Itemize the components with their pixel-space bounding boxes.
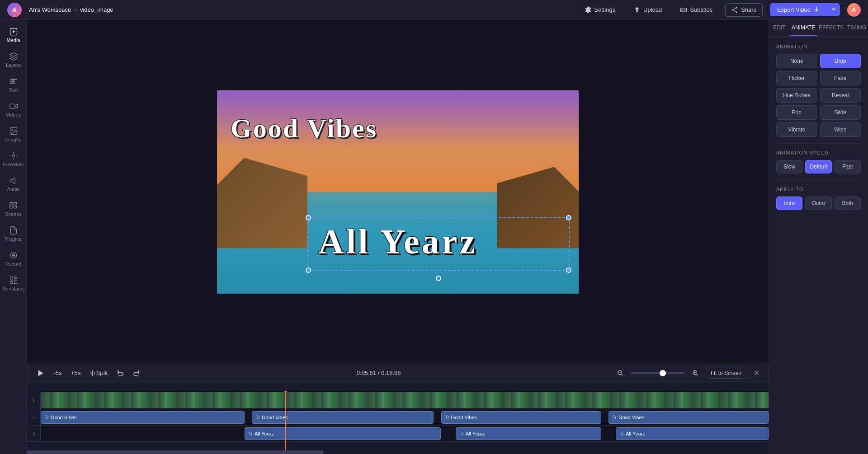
segment-label-4: Good Vibes [618, 415, 644, 420]
anim-btn-slide[interactable]: Slide [820, 105, 861, 120]
record-icon [9, 251, 18, 260]
anim-btn-none[interactable]: None [776, 54, 817, 68]
apply-buttons: Intro Outro Both [776, 197, 861, 210]
avatar[interactable]: A [847, 3, 861, 17]
timeline-area: -5s +5s Split 0:05.51 / [27, 364, 769, 454]
zoom-slider[interactable] [631, 372, 685, 374]
workspace-label[interactable]: Ari's Workspace [29, 6, 71, 13]
split-button[interactable]: Split [88, 368, 109, 378]
tab-edit-label: EDIT [773, 24, 785, 31]
anim-btn-reveal[interactable]: Reveal [820, 88, 861, 103]
anim-btn-vibrate[interactable]: Vibrate [776, 122, 817, 137]
svg-point-22 [12, 254, 14, 257]
speed-btn-slow[interactable]: Slow [776, 160, 802, 173]
sidebar-item-record[interactable]: Record [1, 247, 26, 270]
anim-btn-fade[interactable]: Fade [820, 71, 861, 85]
audio-icon [9, 176, 18, 185]
sidebar-item-media[interactable]: Media [1, 23, 26, 47]
anim-btn-hue-rotate[interactable]: Hue Rotate [776, 88, 817, 103]
speed-btn-fast[interactable]: Fast [835, 160, 861, 173]
apply-btn-intro[interactable]: Intro [776, 197, 802, 210]
svg-rect-19 [9, 206, 13, 208]
text-segment-goodvibes-1[interactable]: Tr Good Vibes [41, 411, 245, 424]
sidebar-item-images[interactable]: Images [1, 123, 26, 146]
zoom-out-button[interactable] [615, 368, 625, 378]
subtitles-icon [680, 6, 687, 14]
minus5-button[interactable]: -5s [52, 368, 64, 378]
play-button[interactable] [34, 367, 46, 379]
fit-screen-button[interactable]: Fit to Screen [706, 368, 746, 379]
sidebar-label-elements: Elements [3, 162, 24, 167]
sidebar-item-videos[interactable]: Videos [1, 98, 26, 121]
tab-edit[interactable]: EDIT [769, 20, 790, 36]
tab-animate[interactable]: ANIMATE [790, 20, 817, 36]
app-logo: A [7, 3, 22, 17]
svg-line-7 [734, 8, 736, 9]
text-segment-allyearz-1[interactable]: Tr All Yearz [245, 427, 441, 440]
plus5-button[interactable]: +5s [69, 368, 83, 378]
plugins-icon [9, 226, 18, 235]
anim-btn-flicker[interactable]: Flicker [776, 71, 817, 85]
track-content-2[interactable]: Tr Good Vibes Tr Good Vibes Tr Good Vibe… [41, 409, 769, 425]
sidebar-item-templates[interactable]: Templates [1, 272, 26, 295]
share-icon [731, 6, 738, 14]
apply-btn-outro[interactable]: Outro [805, 197, 831, 210]
timeline-scrollbar-thumb[interactable] [27, 450, 324, 454]
panel-body: ANIMATION None Drop Flicker Fade [769, 37, 868, 454]
anim-wipe-label: Wipe [834, 126, 846, 133]
undo-icon [117, 370, 124, 377]
segment-label-2: Good Vibes [262, 415, 288, 420]
anim-btn-pop[interactable]: Pop [776, 105, 817, 120]
canvas-text-all-yearz[interactable]: All Yearz [318, 221, 477, 262]
export-dropdown-button[interactable] [827, 3, 840, 16]
text-segment-goodvibes-2[interactable]: Tr Good Vibes [252, 411, 434, 424]
svg-marker-10 [13, 30, 15, 33]
subtitles-label: Subtitles [690, 6, 712, 13]
sidebar-item-layers[interactable]: Layers [1, 48, 26, 71]
upload-label: Upload [643, 6, 662, 13]
sidebar-item-text[interactable]: T Text [1, 73, 26, 96]
text-segment-allyearz-2[interactable]: Tr All Yearz [456, 427, 601, 440]
current-time: 0:05.51 / 0:16.68 [357, 370, 401, 376]
canvas-text-good-vibes[interactable]: Good Vibes [231, 113, 377, 144]
close-timeline-button[interactable]: ✕ [752, 367, 761, 379]
settings-button[interactable]: Settings [579, 4, 621, 16]
allyearz-label-1: All Yearz [255, 431, 274, 436]
undo-button[interactable] [115, 368, 126, 379]
speed-btn-default[interactable]: Default [805, 160, 831, 173]
text-segment-goodvibes-4[interactable]: Tr Good Vibes [609, 411, 769, 424]
sidebar-item-elements[interactable]: Elements [1, 148, 26, 171]
subtitles-button[interactable]: Subtitles [675, 4, 718, 16]
sidebar-item-scenes[interactable]: Scenes [1, 197, 26, 220]
text-segment-allyearz-3[interactable]: Tr All Yearz [616, 427, 769, 440]
timeline-tracks: 1 2 Tr Good Vibes Tr [27, 391, 769, 450]
filename-label: video_image [80, 6, 113, 13]
sidebar-item-plugins[interactable]: Plugins [1, 222, 26, 245]
sidebar-item-audio[interactable]: Audio [1, 173, 26, 196]
apply-btn-both[interactable]: Both [835, 197, 861, 210]
track-content-1[interactable] [41, 391, 769, 409]
apply-section-label: APPLY TO [776, 187, 861, 192]
zoom-out-icon [617, 370, 623, 376]
anim-btn-drop[interactable]: Drop [820, 54, 861, 68]
speed-fast-label: Fast [842, 164, 853, 170]
play-icon [36, 369, 44, 377]
upload-button[interactable]: Upload [628, 4, 667, 16]
redo-button[interactable] [131, 368, 142, 379]
breadcrumb: Ari's Workspace > video_image [29, 6, 113, 13]
sidebar-label-plugins: Plugins [5, 236, 21, 242]
animation-buttons-row5: Vibrate Wipe [776, 122, 861, 137]
track-content-3[interactable]: Tr All Yearz Tr All Yearz Tr All Yearz [41, 426, 769, 441]
svg-rect-28 [93, 370, 94, 375]
canvas-frame[interactable]: Good Vibes All Yearz [217, 90, 579, 294]
anim-btn-wipe[interactable]: Wipe [820, 122, 861, 137]
svg-point-6 [732, 9, 733, 10]
tab-effects[interactable]: EFFECTS [817, 20, 845, 36]
share-button[interactable]: Share [725, 3, 763, 17]
tab-timing[interactable]: TIMING [845, 20, 868, 36]
text-segment-goodvibes-3[interactable]: Tr Good Vibes [441, 411, 601, 424]
export-button[interactable]: Export Video [770, 3, 827, 16]
video-track[interactable] [41, 392, 769, 408]
zoom-in-button[interactable] [690, 368, 700, 378]
anim-vibrate-label: Vibrate [788, 126, 805, 133]
